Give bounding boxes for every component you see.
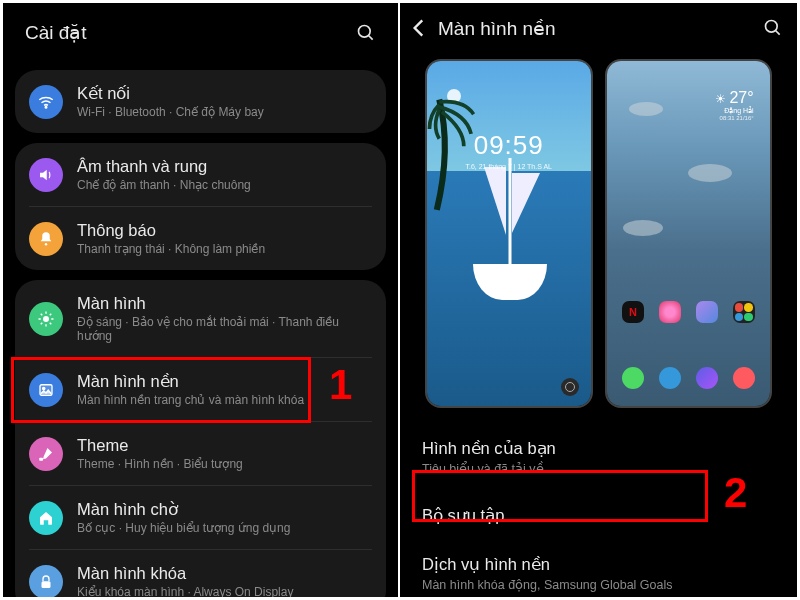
browser-icon xyxy=(696,367,718,389)
svg-rect-15 xyxy=(39,457,43,460)
lock-preview-date: T.6, 21 tháng 7 | 12 Th.S AL xyxy=(427,163,591,170)
camera-icon xyxy=(733,367,755,389)
item-subtitle: Tiêu biểu và đã tải về xyxy=(422,461,775,476)
item-homescreen[interactable]: Màn hình chờ Bố cục · Huy hiệu biểu tượn… xyxy=(15,486,386,549)
app-icon xyxy=(696,301,718,323)
svg-point-2 xyxy=(45,106,47,108)
svg-line-11 xyxy=(41,322,43,324)
item-gallery[interactable]: Bộ sưu tập xyxy=(400,491,797,540)
svg-point-3 xyxy=(45,243,47,245)
item-subtitle: Chế độ âm thanh · Nhạc chuông xyxy=(77,178,372,192)
wallpaper-header: Màn hình nền xyxy=(400,3,797,51)
page-title: Cài đặt xyxy=(25,21,87,44)
home-icon xyxy=(29,501,63,535)
item-title: Dịch vụ hình nền xyxy=(422,555,775,574)
wallpaper-source-list: Hình nền của bạn Tiêu biểu và đã tải về … xyxy=(400,418,797,597)
svg-line-1 xyxy=(369,35,373,39)
svg-point-4 xyxy=(43,316,49,322)
back-icon[interactable] xyxy=(406,15,432,41)
svg-point-0 xyxy=(359,25,371,37)
item-subtitle: Bố cục · Huy hiệu biểu tượng ứng dụng xyxy=(77,521,372,535)
wallpaper-panel: Màn hình nền 09:59 T.6, 21 tháng 7 | 12 … xyxy=(400,3,797,597)
svg-line-12 xyxy=(50,313,52,315)
search-icon[interactable] xyxy=(356,23,376,43)
item-wallpaper-services[interactable]: Dịch vụ hình nền Màn hình khóa động, Sam… xyxy=(400,540,797,597)
bell-icon xyxy=(29,222,63,256)
homescreen-preview[interactable]: 27° Đặng Hải 08:31 21/16° N xyxy=(605,59,773,408)
item-subtitle: Wi-Fi · Bluetooth · Chế độ Máy bay xyxy=(77,105,372,119)
svg-line-9 xyxy=(41,313,43,315)
weather-widget: 27° Đặng Hải 08:31 21/16° xyxy=(715,89,754,121)
item-wallpaper[interactable]: Màn hình nền Màn hình nền trang chủ và m… xyxy=(15,358,386,421)
item-title: Màn hình nền xyxy=(77,372,372,391)
item-title: Màn hình khóa xyxy=(77,564,372,583)
settings-header: Cài đặt xyxy=(3,3,398,70)
sun-icon xyxy=(29,302,63,336)
settings-panel: Cài đặt Kết nối Wi-Fi · Bluetooth · Chế … xyxy=(3,3,400,597)
item-title: Hình nền của bạn xyxy=(422,439,775,458)
wallpaper-previews: 09:59 T.6, 21 tháng 7 | 12 Th.S AL 27° Đ… xyxy=(400,51,797,418)
weather-range: 08:31 21/16° xyxy=(715,115,754,121)
image-icon xyxy=(29,373,63,407)
lock-preview-time: 09:59 xyxy=(427,130,591,161)
svg-point-17 xyxy=(766,21,778,33)
camera-icon xyxy=(561,378,579,396)
item-title: Bộ sưu tập xyxy=(422,506,775,525)
weather-temp: 27° xyxy=(715,89,754,107)
brush-icon xyxy=(29,437,63,471)
item-subtitle: Màn hình khóa động, Samsung Global Goals xyxy=(422,577,775,592)
app-icon: N xyxy=(622,301,644,323)
settings-group: Kết nối Wi-Fi · Bluetooth · Chế độ Máy b… xyxy=(15,70,386,133)
weather-location: Đặng Hải xyxy=(715,107,754,115)
item-subtitle: Theme · Hình nền · Biểu tượng xyxy=(77,457,372,471)
preview-dock xyxy=(607,367,771,389)
item-title: Âm thanh và rung xyxy=(77,157,372,176)
item-subtitle: Độ sáng · Bảo vệ cho mắt thoải mái · Tha… xyxy=(77,315,372,343)
item-title: Màn hình xyxy=(77,294,372,313)
item-subtitle: Màn hình nền trang chủ và màn hình khóa xyxy=(77,393,372,407)
app-icon xyxy=(733,301,755,323)
item-title: Kết nối xyxy=(77,84,372,103)
item-subtitle: Thanh trạng thái · Không làm phiền xyxy=(77,242,372,256)
sound-icon xyxy=(29,158,63,192)
item-lockscreen[interactable]: Màn hình khóa Kiểu khóa màn hình · Alway… xyxy=(15,550,386,597)
search-icon[interactable] xyxy=(763,18,783,38)
svg-rect-16 xyxy=(42,581,51,588)
item-title: Màn hình chờ xyxy=(77,500,372,519)
preview-app-row: N xyxy=(607,301,771,323)
message-icon xyxy=(659,367,681,389)
svg-point-14 xyxy=(43,387,45,389)
item-notifications[interactable]: Thông báo Thanh trạng thái · Không làm p… xyxy=(15,207,386,270)
svg-line-10 xyxy=(50,322,52,324)
svg-line-18 xyxy=(776,31,780,35)
page-title: Màn hình nền xyxy=(438,17,757,40)
item-your-wallpapers[interactable]: Hình nền của bạn Tiêu biểu và đã tải về xyxy=(400,424,797,491)
settings-group: Màn hình Độ sáng · Bảo vệ cho mắt thoải … xyxy=(15,280,386,597)
item-display[interactable]: Màn hình Độ sáng · Bảo vệ cho mắt thoải … xyxy=(15,280,386,357)
item-title: Theme xyxy=(77,436,372,455)
settings-group: Âm thanh và rung Chế độ âm thanh · Nhạc … xyxy=(15,143,386,270)
item-connections[interactable]: Kết nối Wi-Fi · Bluetooth · Chế độ Máy b… xyxy=(15,70,386,133)
phone-icon xyxy=(622,367,644,389)
wifi-icon xyxy=(29,85,63,119)
lock-icon xyxy=(29,565,63,598)
app-icon xyxy=(659,301,681,323)
item-sound[interactable]: Âm thanh và rung Chế độ âm thanh · Nhạc … xyxy=(15,143,386,206)
item-theme[interactable]: Theme Theme · Hình nền · Biểu tượng xyxy=(15,422,386,485)
item-title: Thông báo xyxy=(77,221,372,240)
item-subtitle: Kiểu khóa màn hình · Always On Display xyxy=(77,585,372,597)
lockscreen-preview[interactable]: 09:59 T.6, 21 tháng 7 | 12 Th.S AL xyxy=(425,59,593,408)
